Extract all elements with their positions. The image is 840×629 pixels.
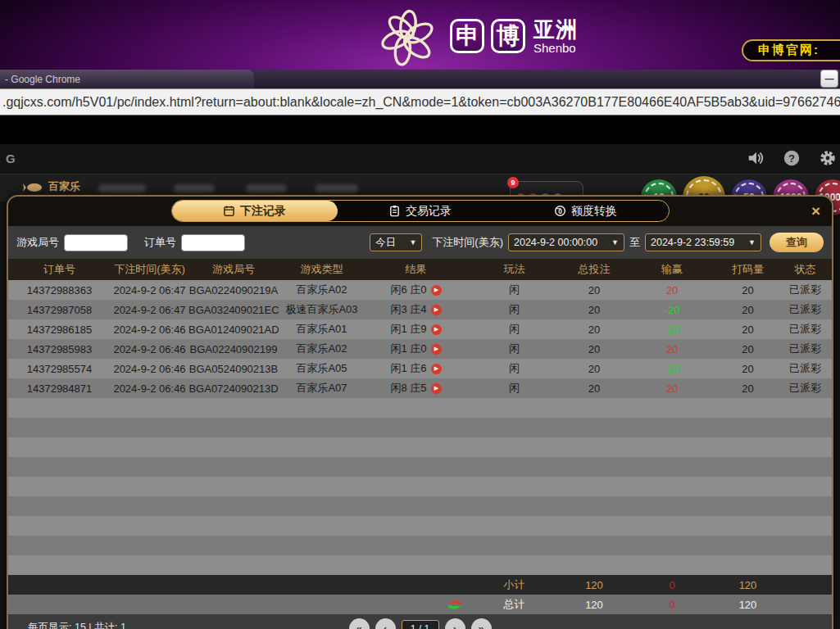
table-row[interactable]: 14372986185 2024-9-2 06:46 BGA012409021A… — [8, 319, 832, 339]
cell-bet-time: 2024-9-2 06:46 — [111, 363, 188, 375]
logo-char-box: 博 — [491, 19, 525, 53]
category-blurred[interactable] — [98, 184, 146, 193]
tab-label: 额度转换 — [571, 204, 617, 219]
cell-order-id: 14372985574 — [8, 363, 111, 375]
lobby-topbar: G ? — [0, 144, 840, 174]
window-title: - Google Chrome — [0, 74, 80, 85]
help-icon[interactable]: ? — [783, 149, 801, 167]
site-header: 申 博 亚洲 Shenbo 申博官网: — [0, 0, 840, 70]
logo-region-label: 亚洲 — [534, 19, 578, 40]
pagination-bar: 每页显示: 15 | 共计: 1 « ‹ 1 / 1 › » — [8, 614, 832, 629]
cell-win-loss: 20 — [627, 343, 717, 355]
cell-round-id: BGA012409021AD — [188, 324, 279, 336]
col-header: 总投注 — [561, 262, 627, 277]
subtotal-turnover: 120 — [717, 579, 779, 591]
cell-win-loss: -20 — [627, 304, 717, 316]
cell-total-bet: 20 — [561, 284, 627, 296]
cell-status: 已派彩 — [779, 283, 832, 297]
time-from-select[interactable]: 2024-9-2 00:00:00 ▼ — [508, 233, 624, 251]
cell-round-id: BGA0724090213D — [188, 382, 279, 395]
cell-result: 闲1 庄9 — [390, 322, 426, 337]
cell-play: 闲 — [467, 342, 561, 356]
play-video-icon[interactable]: ▶ — [431, 285, 442, 296]
cell-game-type: 百家乐A07 — [279, 381, 365, 396]
cell-order-id: 14372987058 — [8, 304, 111, 316]
tab-label: 交易记录 — [406, 204, 452, 219]
cell-play: 闲 — [467, 302, 561, 317]
table-row-empty — [8, 398, 832, 418]
fish-icon — [23, 180, 44, 193]
table-row[interactable]: 14372985574 2024-9-2 06:46 BGA0524090213… — [8, 359, 832, 378]
total-turnover: 120 — [717, 599, 779, 611]
table-row-empty — [8, 477, 832, 496]
last-page-button[interactable]: » — [471, 618, 492, 629]
play-video-icon[interactable]: ▶ — [431, 324, 442, 335]
category-blurred[interactable] — [174, 184, 215, 193]
cell-turnover: 20 — [717, 324, 779, 336]
play-video-icon[interactable]: ▶ — [431, 344, 442, 355]
tab-bet-records[interactable]: 下注记录 — [172, 201, 338, 221]
play-video-icon[interactable]: ▶ — [431, 383, 442, 394]
sound-icon[interactable] — [747, 149, 765, 167]
chips-more-arrow[interactable]: › — [833, 188, 838, 205]
date-range-value: 今日 — [375, 236, 396, 250]
cell-game-type: 百家乐A02 — [279, 283, 365, 297]
cell-order-id: 14372984871 — [8, 382, 111, 395]
refresh-icon[interactable] — [447, 599, 462, 611]
table-row[interactable]: 14372985983 2024-9-2 06:46 BGA0224090219… — [8, 339, 832, 359]
table-row[interactable]: 14372988363 2024-9-2 06:47 BGA0224090219… — [8, 280, 832, 300]
tab-quota-transfer[interactable]: 0 额度转换 — [503, 201, 669, 221]
close-icon[interactable]: × — [811, 203, 820, 219]
cell-bet-time: 2024-9-2 06:46 — [111, 324, 188, 336]
col-header: 游戏类型 — [279, 262, 365, 277]
logo-text: 亚洲 Shenbo — [534, 19, 578, 54]
window-minimize-button[interactable]: — — [821, 70, 838, 87]
date-range-select[interactable]: 今日 ▼ — [370, 233, 422, 251]
cell-turnover: 20 — [717, 343, 779, 355]
screen: 申 博 亚洲 Shenbo 申博官网: - Google Chrome — .g… — [0, 0, 840, 629]
black-strip — [0, 115, 840, 144]
subtotal-label: 小计 — [467, 577, 561, 592]
prev-page-button[interactable]: ‹ — [375, 618, 396, 629]
chevron-down-icon: ▼ — [409, 238, 416, 247]
official-site-link[interactable]: 申博官网: — [742, 39, 840, 61]
category-blurred[interactable] — [316, 184, 358, 193]
cell-win-loss: -20 — [627, 363, 717, 375]
gear-icon[interactable] — [819, 149, 837, 167]
subtotal-total-bet: 120 — [561, 579, 627, 591]
url-bar[interactable]: .gqjcxs.com/h5V01/pc/index.html?return=a… — [0, 88, 840, 115]
modal-tabbar: 下注记录 交易记录 0 — [8, 197, 832, 226]
subtotal-win-loss: 0 — [627, 579, 717, 591]
table-row[interactable]: 14372984871 2024-9-2 06:46 BGA0724090213… — [8, 378, 832, 398]
cell-turnover: 20 — [717, 304, 779, 316]
table-body: 14372988363 2024-9-2 06:47 BGA0224090219… — [8, 280, 832, 575]
category-blurred[interactable] — [246, 184, 287, 193]
table-row[interactable]: 14372987058 2024-9-2 06:47 BGA032409021E… — [8, 300, 832, 319]
tab-transaction-records[interactable]: 交易记录 — [338, 201, 503, 221]
window-titlebar: - Google Chrome — — [0, 70, 840, 88]
next-page-button[interactable]: › — [445, 618, 465, 629]
table-row-empty — [8, 555, 832, 575]
first-page-button[interactable]: « — [349, 618, 370, 629]
logo-sub-label: Shenbo — [534, 42, 578, 54]
play-video-icon[interactable]: ▶ — [431, 364, 442, 374]
col-header: 玩法 — [467, 262, 561, 277]
cell-play: 闲 — [467, 361, 561, 376]
col-header: 订单号 — [8, 262, 111, 277]
cell-turnover: 20 — [717, 382, 779, 395]
time-to-select[interactable]: 2024-9-2 23:59:59 ▼ — [645, 233, 761, 251]
search-button[interactable]: 查询 — [770, 233, 824, 252]
cell-bet-time: 2024-9-2 06:46 — [111, 343, 188, 355]
col-header: 结果 — [365, 262, 467, 277]
clipboard-icon — [388, 205, 401, 217]
category-baccarat[interactable]: 百家乐 — [23, 179, 80, 194]
total-label: 总计 — [467, 597, 561, 612]
game-round-input[interactable] — [64, 234, 128, 251]
cell-result: 闲1 庄0 — [390, 342, 426, 356]
filter-bar: 游戏局号 订单号 今日 ▼ 下注时间(美东) 2024-9-2 00:00:00… — [8, 226, 832, 259]
order-input[interactable] — [181, 234, 245, 251]
page-info: 每页显示: 15 | 共计: 1 — [28, 621, 126, 629]
total-row: 总计 120 0 120 — [8, 595, 832, 614]
play-video-icon[interactable]: ▶ — [431, 305, 442, 315]
logo-char-box: 申 — [450, 19, 484, 53]
